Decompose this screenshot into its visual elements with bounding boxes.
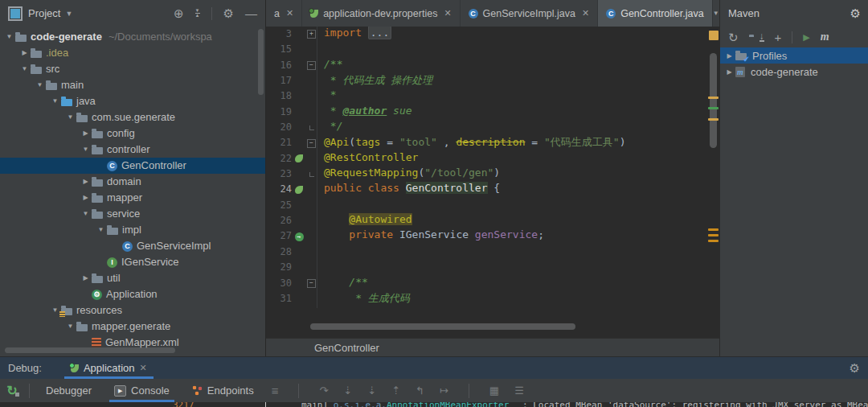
code-line[interactable]: 16−/**: [266, 58, 707, 73]
tree-item-src[interactable]: ▼src: [0, 61, 265, 77]
chevron-down-icon[interactable]: ▼: [65, 10, 72, 18]
fold-collapse-icon[interactable]: −: [307, 279, 316, 288]
expand-arrow-icon[interactable]: ▼: [64, 319, 76, 335]
close-icon[interactable]: ✕: [286, 8, 293, 18]
force-step-into-icon[interactable]: ⇣: [367, 384, 376, 397]
expand-arrow-icon[interactable]: ▼: [80, 142, 92, 158]
debug-tab-endpoints[interactable]: Endpoints: [181, 379, 265, 402]
line-number[interactable]: 23: [266, 166, 292, 182]
expand-arrow-icon[interactable]: ▼: [49, 93, 61, 109]
spring-bean-gutter-icon[interactable]: [295, 186, 303, 194]
line-number[interactable]: 24: [266, 182, 292, 197]
download-sources-icon[interactable]: ↓: [760, 32, 764, 42]
close-icon[interactable]: ✕: [582, 8, 589, 18]
tree-item-resources[interactable]: ▼resources: [0, 302, 265, 319]
spring-bean-gutter-icon[interactable]: [295, 154, 303, 162]
code-line[interactable]: 20 */: [266, 120, 707, 135]
tree-item-controller[interactable]: ▼controller: [0, 142, 265, 158]
tool-window-options-icon[interactable]: ≡: [272, 384, 279, 397]
maven-tree[interactable]: ▶✓Profiles▶mcode-generate: [720, 47, 868, 80]
code-line[interactable]: 24public class GenController {: [266, 182, 707, 197]
tree-item-mapper-generate[interactable]: ▼mapper.generate: [0, 319, 265, 335]
project-view-title[interactable]: Project: [28, 7, 60, 19]
tree-item-application[interactable]: ⚙Application: [0, 286, 265, 302]
locate-file-icon[interactable]: ⊕: [174, 7, 184, 19]
tree-item-impl[interactable]: ▼impl: [0, 222, 265, 238]
debug-session-tab[interactable]: Application ✕: [64, 357, 154, 379]
line-number[interactable]: 19: [266, 105, 292, 120]
expand-arrow-icon[interactable]: ▼: [80, 206, 92, 222]
line-number[interactable]: 26: [266, 213, 292, 228]
code-line[interactable]: 31 * 生成代码: [266, 291, 707, 306]
editor-horizontal-scrollbar[interactable]: [310, 323, 575, 330]
editor-tab-a[interactable]: a✕: [266, 0, 302, 27]
line-number[interactable]: 17: [266, 73, 292, 88]
expand-arrow-icon[interactable]: ▶: [80, 125, 92, 142]
close-icon[interactable]: ✕: [444, 8, 451, 18]
editor-tab-gencontroller-java[interactable]: CGenController.java: [598, 0, 713, 27]
maven-goal-icon[interactable]: m: [821, 31, 829, 43]
step-out-icon[interactable]: ⇡: [391, 384, 400, 397]
rerun-application-icon[interactable]: ↻: [0, 383, 24, 398]
maven-item-profiles[interactable]: ▶✓Profiles: [720, 47, 868, 64]
console-output[interactable]: 3217 main] o.s.j.e.a.AnnotationMBeanExpo…: [0, 402, 868, 407]
line-number[interactable]: 29: [266, 260, 292, 275]
step-into-icon[interactable]: ⇣: [343, 384, 352, 397]
tree-item-service[interactable]: ▼service: [0, 206, 265, 222]
debug-tab-debugger[interactable]: Debugger: [35, 379, 103, 402]
expand-arrow-icon[interactable]: ▶: [723, 52, 735, 60]
expand-arrow-icon[interactable]: ▼: [34, 77, 46, 93]
warning-stripe-mark[interactable]: [708, 97, 719, 99]
warning-stripe-mark[interactable]: [708, 234, 719, 236]
fold-end-icon[interactable]: [309, 172, 314, 177]
line-number[interactable]: 25: [266, 198, 292, 213]
code-line[interactable]: 15: [266, 42, 707, 57]
inspection-indicator[interactable]: [709, 31, 719, 40]
fold-expand-icon[interactable]: +: [307, 30, 316, 39]
code-line[interactable]: 3+import ...: [266, 27, 707, 42]
code-line[interactable]: 30− /**: [266, 276, 707, 291]
expand-arrow-icon[interactable]: ▼: [18, 61, 31, 77]
maven-refresh-icon[interactable]: ↻: [728, 31, 739, 43]
line-number[interactable]: 21: [266, 135, 292, 150]
code-line[interactable]: 25: [266, 198, 707, 213]
maven-settings-gear-icon[interactable]: ⚙: [850, 7, 861, 19]
line-number[interactable]: 16: [266, 58, 292, 73]
code-line[interactable]: 19 * @author sue: [266, 105, 707, 120]
autowired-gutter-icon[interactable]: →: [295, 232, 304, 241]
code-editor[interactable]: 3+import ...1516−/**17 * 代码生成 操作处理18 *19…: [266, 27, 707, 308]
drop-frame-icon[interactable]: ↰: [416, 384, 424, 397]
evaluate-expression-icon[interactable]: ▦: [489, 384, 499, 397]
expand-arrow-icon[interactable]: ▼: [3, 29, 15, 45]
restore-layout-icon[interactable]: ☰: [514, 384, 524, 397]
maven-item-code-generate[interactable]: ▶mcode-generate: [720, 64, 868, 80]
warning-stripe-mark[interactable]: [708, 118, 719, 121]
run-maven-build-icon[interactable]: ▶: [803, 32, 809, 43]
code-line[interactable]: 21−@Api(tags = "tool" , description = "代…: [266, 135, 707, 150]
code-line[interactable]: 22@RestController: [266, 151, 707, 166]
hide-panel-icon[interactable]: —: [245, 7, 257, 19]
tree-item-main[interactable]: ▼main: [0, 77, 265, 93]
line-number[interactable]: 3: [266, 27, 292, 42]
error-stripe[interactable]: [707, 27, 720, 339]
close-icon[interactable]: ✕: [140, 363, 147, 373]
tree-item-code-generate[interactable]: ▼code-generate~/Documents/workspa: [0, 29, 265, 45]
breadcrumb[interactable]: GenController: [266, 338, 720, 356]
editor-vertical-scrollbar[interactable]: [710, 53, 717, 148]
fold-collapse-icon[interactable]: −: [307, 139, 316, 148]
tree-item-igenservice[interactable]: IIGenService: [0, 254, 265, 270]
warning-stripe-mark[interactable]: [708, 228, 719, 231]
add-maven-project-icon[interactable]: +: [775, 31, 782, 43]
collapse-all-icon[interactable]: ▼▲: [195, 9, 200, 18]
debug-settings-gear-icon[interactable]: ⚙: [850, 362, 860, 374]
expand-arrow-icon[interactable]: ▶: [80, 190, 92, 206]
run-to-cursor-icon[interactable]: ↦: [440, 384, 448, 397]
code-line[interactable]: 26 @Autowired: [266, 213, 707, 228]
expand-arrow-icon[interactable]: ▶: [723, 68, 735, 76]
line-number[interactable]: 27: [266, 228, 292, 244]
debug-tab-console[interactable]: ▶Console: [103, 379, 181, 402]
line-number[interactable]: 28: [266, 245, 292, 260]
tree-item-domain[interactable]: ▶domain: [0, 174, 265, 190]
expand-arrow-icon[interactable]: ▶: [80, 270, 92, 286]
code-line[interactable]: 27→ private IGenService genService;: [266, 228, 707, 244]
